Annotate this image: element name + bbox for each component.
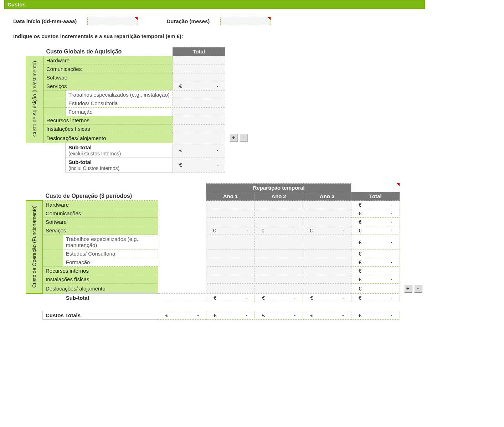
op-comunicacoes-y2[interactable] <box>254 209 303 218</box>
op-formacao-y1[interactable] <box>206 258 255 267</box>
op-year1-header: Ano 1 <box>206 192 255 201</box>
op-row-estudos: Estudos/ Consultoria <box>63 249 158 258</box>
row-software: Software <box>43 73 173 82</box>
op-servicos-total: €- <box>351 226 400 235</box>
op-instalacoes-y1[interactable] <box>206 275 255 284</box>
op-total-header: Total <box>351 192 400 201</box>
op-subtotal-total: €- <box>351 294 400 302</box>
op-hardware-y3[interactable] <box>303 201 351 209</box>
cell-deslocacoes-total[interactable] <box>173 133 225 143</box>
acquisition-block: Custo Globais de Aquisição Total Custo d… <box>26 47 425 173</box>
op-year3-header: Ano 3 <box>303 192 351 201</box>
row-formacao: Formação <box>66 107 173 116</box>
cell-recursos-total[interactable] <box>173 116 225 124</box>
op-formacao-y3[interactable] <box>303 258 351 267</box>
op-deslocacoes-y2[interactable] <box>254 284 303 294</box>
op-software-total: €- <box>351 218 400 226</box>
totals-acq: €- <box>158 311 206 320</box>
op-estudos-total: €- <box>351 249 400 258</box>
row-trabalhos-especializados: Trabalhos especializados (e.g., instalaç… <box>66 90 173 99</box>
op-subtotal-label: Sub-total <box>63 294 158 302</box>
op-estudos-y3[interactable] <box>303 249 351 258</box>
acq-add-button[interactable]: + <box>230 134 237 142</box>
date-duration-row: Data início (dd-mm-aaaa) Duração (meses) <box>13 17 425 25</box>
op-row-hardware: Hardware <box>43 201 158 209</box>
cell-formacao-total[interactable] <box>173 107 225 116</box>
row-estudos: Estudos/ Consultoria <box>66 99 173 107</box>
op-deslocacoes-total: €- <box>351 284 400 294</box>
op-servicos-y3: €- <box>303 226 351 235</box>
op-recursos-total: €- <box>351 267 400 275</box>
acq-subtotal-exclui-value: €- <box>173 143 225 158</box>
operation-title: Custo de Operação (3 períodos) <box>43 192 158 201</box>
cell-software-total[interactable] <box>173 73 225 82</box>
op-recursos-y3[interactable] <box>303 267 351 275</box>
cell-trabalhos-total[interactable] <box>173 90 225 99</box>
op-instalacoes-y3[interactable] <box>303 275 351 284</box>
op-hardware-y2[interactable] <box>254 201 303 209</box>
cell-comunicacoes-total[interactable] <box>173 65 225 73</box>
totals-y1: €- <box>206 311 255 320</box>
date-start-input[interactable] <box>87 17 138 25</box>
duration-label: Duração (meses) <box>166 18 210 24</box>
op-comunicacoes-y3[interactable] <box>303 209 351 218</box>
cell-hardware-total[interactable] <box>173 56 225 65</box>
acq-subtotal-inclui-label: Sub-total (inclui Custos Internos) <box>66 158 173 172</box>
op-servicos-y1: €- <box>206 226 255 235</box>
row-recursos: Recursos internos <box>43 116 173 124</box>
row-hardware: Hardware <box>43 56 173 65</box>
acquisition-table: Custo Globais de Aquisição Total Custo d… <box>26 47 250 173</box>
totals-y2: €- <box>254 311 303 320</box>
op-comunicacoes-y1[interactable] <box>206 209 255 218</box>
acquisition-vertical-label: Custo de Aquisição (Investimento) <box>26 56 43 143</box>
row-servicos: Serviços <box>43 82 173 90</box>
cell-instalacoes-total[interactable] <box>173 124 225 133</box>
op-formacao-y2[interactable] <box>254 258 303 267</box>
op-row-comunicacoes: Comunicações <box>43 209 158 218</box>
op-estudos-y2[interactable] <box>254 249 303 258</box>
cell-estudos-total[interactable] <box>173 99 225 107</box>
op-year2-header: Ano 2 <box>254 192 303 201</box>
op-subtotal-spacer <box>158 294 206 302</box>
op-recursos-y1[interactable] <box>206 267 255 275</box>
op-subtotal-y2: €- <box>254 294 303 302</box>
cell-servicos-total: €- <box>173 82 225 90</box>
op-remove-button[interactable]: - <box>414 285 422 293</box>
op-instalacoes-y2[interactable] <box>254 275 303 284</box>
instruction-text: Indique os custos incrementais e a sua r… <box>13 33 425 39</box>
op-hardware-y1[interactable] <box>206 201 255 209</box>
op-formacao-total: €- <box>351 258 400 267</box>
op-row-servicos: Serviços <box>43 226 158 235</box>
op-deslocacoes-y1[interactable] <box>206 284 255 294</box>
op-row-instalacoes: Instalações físicas <box>43 275 158 284</box>
totals-label: Custos Totais <box>43 311 158 320</box>
totals-y3: €- <box>303 311 351 320</box>
op-hardware-total: €- <box>351 201 400 209</box>
op-software-y3[interactable] <box>303 218 351 226</box>
operation-vertical-label: Custo de Operação (Funcionamento) <box>26 201 43 294</box>
date-start-label: Data início (dd-mm-aaaa) <box>13 18 77 24</box>
op-software-y2[interactable] <box>254 218 303 226</box>
op-deslocacoes-y3[interactable] <box>303 284 351 294</box>
acquisition-total-header: Total <box>173 47 225 56</box>
operation-block: Repartição temporal Custo de Operação (3… <box>26 183 425 320</box>
row-comunicacoes: Comunicações <box>43 65 173 73</box>
op-row-trabalhos: Trabalhos especializados (e.g., manutenç… <box>63 235 158 249</box>
op-subtotal-y1: €- <box>206 294 255 302</box>
op-row-formacao: Formação <box>63 258 158 267</box>
op-row-software: Software <box>43 218 158 226</box>
op-recursos-y2[interactable] <box>254 267 303 275</box>
acq-subtotal-exclui-label: Sub-total (exclui Custos Internos) <box>66 143 173 158</box>
op-comunicacoes-total: €- <box>351 209 400 218</box>
acq-remove-button[interactable]: - <box>240 134 247 142</box>
op-trabalhos-y1[interactable] <box>206 235 255 249</box>
operation-repart-header: Repartição temporal <box>206 183 351 192</box>
op-trabalhos-y2[interactable] <box>254 235 303 249</box>
op-add-button[interactable]: + <box>404 285 412 293</box>
op-trabalhos-y3[interactable] <box>303 235 351 249</box>
op-subtotal-y3: €- <box>303 294 351 302</box>
duration-input[interactable] <box>220 17 271 25</box>
op-software-y1[interactable] <box>206 218 255 226</box>
op-estudos-y1[interactable] <box>206 249 255 258</box>
operation-table: Repartição temporal Custo de Operação (3… <box>26 183 425 320</box>
